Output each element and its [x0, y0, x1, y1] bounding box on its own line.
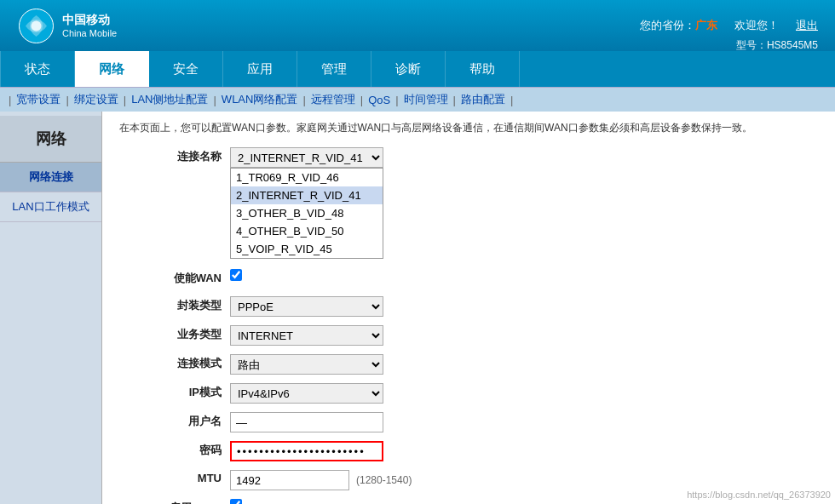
form-row-enable-wan: 使能WAN [119, 267, 818, 289]
sub-nav-sep-end: | [510, 94, 513, 106]
tab-apps[interactable]: 应用 [223, 51, 297, 87]
encap-type-select[interactable]: PPPoE [230, 296, 383, 317]
nav-tabs: 状态 网络 安全 应用 管理 诊断 帮助 [0, 51, 835, 87]
province-value: 广东 [695, 19, 717, 32]
form-row-connection-mode: 连接模式 路由 桥接 [119, 352, 818, 376]
form-row-encap: 封装类型 PPPoE [119, 295, 818, 318]
dropdown-item-3[interactable]: 3_OTHER_B_VID_48 [231, 204, 383, 222]
main-layout: 网络 网络连接 LAN口工作模式 在本页面上，您可以配置WAN口参数。家庭网关通… [0, 112, 835, 504]
company-cn: 中国移动 [62, 12, 117, 27]
logo-text: 中国移动 China Mobile [62, 12, 117, 39]
enable-wan-label: 使能WAN [119, 267, 230, 289]
connection-name-control: 1_TR069_R_VID_46 2_INTERNET_R_VID_41 3_O… [230, 146, 818, 169]
sub-nav-route[interactable]: 路由配置 [456, 92, 510, 107]
tab-security[interactable]: 安全 [149, 51, 223, 87]
sub-nav-bind[interactable]: 绑定设置 [69, 92, 124, 107]
username-input[interactable] [230, 412, 383, 432]
dropdown-item-5[interactable]: 5_VOIP_R_VID_45 [231, 240, 383, 258]
enable-vlan-label: 启用VLAN [119, 497, 230, 504]
sub-nav-time[interactable]: 时间管理 [399, 92, 453, 107]
province-label: 您的省份： [640, 19, 695, 32]
connection-name-select[interactable]: 1_TR069_R_VID_46 2_INTERNET_R_VID_41 3_O… [230, 147, 383, 168]
connection-mode-select[interactable]: 路由 桥接 [230, 354, 383, 375]
dropdown-list: 1_TR069_R_VID_46 2_INTERNET_R_VID_41 3_O… [230, 168, 383, 259]
sidebar-item-network-connection[interactable]: 网络连接 [0, 163, 101, 192]
page-description: 在本页面上，您可以配置WAN口参数。家庭网关通过WAN口与高层网络设备通信，在通… [119, 120, 818, 135]
mtu-control: 1492 (1280-1540) [230, 468, 818, 492]
form-row-username: 用户名 [119, 410, 818, 434]
ip-mode-label: IP模式 [119, 381, 230, 404]
dropdown-item-1[interactable]: 1_TR069_R_VID_46 [231, 169, 383, 186]
form-row-connection-name: 连接名称 1_TR069_R_VID_46 2_INTERNET_R_VID_4… [119, 146, 818, 169]
sub-nav-remote[interactable]: 远程管理 [306, 92, 360, 107]
mtu-label: MTU [119, 468, 230, 488]
dropdown-item-4[interactable]: 4_OTHER_B_VID_50 [231, 222, 383, 240]
service-type-select[interactable]: INTERNET [230, 325, 383, 346]
logo-icon [17, 7, 55, 45]
tab-management[interactable]: 管理 [297, 51, 371, 87]
connection-name-dropdown-container: 1_TR069_R_VID_46 2_INTERNET_R_VID_41 3_O… [230, 147, 383, 168]
sub-nav-wlan[interactable]: WLAN网络配置 [216, 92, 303, 107]
tab-help[interactable]: 帮助 [446, 51, 520, 87]
password-control [230, 439, 818, 463]
province-info: 您的省份：广东 [640, 18, 717, 33]
encap-type-control: PPPoE [230, 295, 818, 318]
form-row-mtu: MTU 1492 (1280-1540) [119, 468, 818, 492]
tab-diagnostics[interactable]: 诊断 [371, 51, 446, 87]
sub-nav-broadband[interactable]: 宽带设置 [11, 92, 66, 107]
tab-network[interactable]: 网络 [75, 51, 149, 87]
mtu-input[interactable]: 1492 [230, 470, 349, 490]
logo-area: 中国移动 China Mobile [17, 7, 117, 45]
dropdown-item-2[interactable]: 2_INTERNET_R_VID_41 [231, 186, 383, 204]
header-right: 您的省份：广东 欢迎您！ 退出 型号：HS8545M5 [640, 18, 818, 33]
ip-mode-select[interactable]: IPv4&IPv6 IPv4 IPv6 [230, 383, 383, 404]
enable-wan-checkbox[interactable] [230, 269, 242, 281]
svg-point-1 [32, 20, 42, 31]
encap-type-label: 封装类型 [119, 295, 230, 317]
sidebar: 网络 网络连接 LAN口工作模式 [0, 112, 102, 504]
connection-name-label: 连接名称 [119, 146, 230, 168]
watermark: https://blog.csdn.net/qq_26373920 [687, 490, 831, 500]
connection-mode-label: 连接模式 [119, 352, 230, 375]
sidebar-title: 网络 [0, 116, 101, 163]
form-row-service: 业务类型 INTERNET [119, 324, 818, 347]
connection-mode-control: 路由 桥接 [230, 352, 818, 376]
sub-nav-qos[interactable]: QoS [363, 94, 395, 106]
welcome-text: 欢迎您！ [734, 18, 779, 33]
content-area: 在本页面上，您可以配置WAN口参数。家庭网关通过WAN口与高层网络设备通信，在通… [102, 112, 835, 504]
form-row-ip-mode: IP模式 IPv4&IPv6 IPv4 IPv6 [119, 381, 818, 405]
sub-nav-lan[interactable]: LAN侧地址配置 [126, 92, 213, 107]
sub-nav: | 宽带设置 | 绑定设置 | LAN侧地址配置 | WLAN网络配置 | 远程… [0, 87, 835, 112]
service-type-control: INTERNET [230, 324, 818, 347]
username-control [230, 410, 818, 434]
model-info: 型号：HS8545M5 [736, 38, 818, 53]
logout-button[interactable]: 退出 [796, 18, 818, 33]
enable-vlan-checkbox[interactable] [230, 499, 242, 504]
sidebar-item-lan-mode[interactable]: LAN口工作模式 [0, 192, 101, 222]
ip-mode-control: IPv4&IPv6 IPv4 IPv6 [230, 381, 818, 405]
tab-status[interactable]: 状态 [0, 51, 75, 87]
company-en: China Mobile [62, 27, 117, 39]
enable-wan-control [230, 267, 818, 283]
service-type-label: 业务类型 [119, 324, 230, 346]
password-input[interactable] [230, 441, 383, 461]
password-label: 密码 [119, 439, 230, 461]
form-row-password: 密码 [119, 439, 818, 463]
header: 中国移动 China Mobile 您的省份：广东 欢迎您！ 退出 型号：HS8… [0, 0, 835, 51]
mtu-hint: (1280-1540) [356, 474, 412, 486]
username-label: 用户名 [119, 410, 230, 432]
